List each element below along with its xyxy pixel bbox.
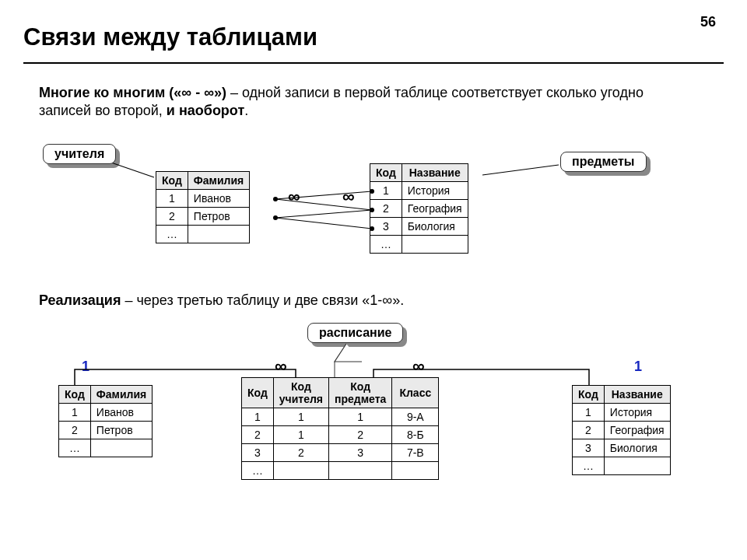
- cell: Иванов: [188, 190, 249, 208]
- cell: 2: [370, 200, 402, 218]
- cell: География: [604, 422, 670, 439]
- infinity-icon: ∞: [275, 356, 287, 376]
- infinity-icon: ∞: [342, 187, 355, 207]
- svg-line-5: [275, 218, 372, 229]
- link-endpoint: [273, 197, 278, 201]
- intro-paragraph: Многие ко многим («∞ - ∞») – одной запис…: [39, 84, 646, 121]
- subjects-table-top: КодНазвание 1История 2География 3Биологи…: [370, 163, 468, 254]
- teachers-table-top: КодФамилия 1Иванов 2Петров …: [156, 171, 250, 243]
- cell: Петров: [188, 208, 249, 226]
- cell: 1: [573, 404, 605, 422]
- col-header: Название: [604, 386, 670, 404]
- intro-tail: »): [214, 85, 226, 100]
- cell: 3: [573, 439, 605, 457]
- callout-subjects: предметы: [560, 152, 647, 172]
- col-header: Код: [370, 164, 402, 182]
- intro-dot: .: [244, 103, 248, 118]
- link-endpoint: [370, 226, 374, 231]
- cell: [273, 462, 328, 480]
- cell: 1: [242, 408, 274, 426]
- intro-sep: -: [191, 85, 204, 100]
- cell: Биология: [402, 218, 468, 236]
- cell: 2: [273, 444, 328, 462]
- cell: [402, 236, 468, 254]
- subjects-table-bottom: КодНазвание 1История 2География 3Биологи…: [572, 385, 671, 475]
- cell: 2: [329, 426, 392, 444]
- cell: 9-А: [392, 408, 439, 426]
- one-label: 1: [82, 359, 89, 375]
- realization-rest: – через третью таблицу и две связи «1-: [121, 292, 382, 308]
- cell: [604, 457, 670, 475]
- cell: 3: [329, 444, 392, 462]
- cell: Биология: [604, 439, 670, 457]
- infinity-icon: ∞: [288, 187, 300, 207]
- col-header: Код учителя: [273, 378, 328, 408]
- cell: 1: [273, 426, 328, 444]
- cell: …: [156, 226, 188, 243]
- cell: …: [59, 439, 91, 457]
- col-header: Название: [402, 164, 468, 182]
- intro-emph: и наоборот: [167, 103, 244, 118]
- cell: [392, 462, 439, 480]
- callout-schedule: расписание: [307, 323, 403, 343]
- intro-lead: Многие ко многим («: [39, 85, 181, 100]
- link-endpoint: [370, 208, 374, 212]
- realization-paragraph: Реализация – через третью таблицу и две …: [39, 292, 646, 310]
- svg-line-1: [482, 165, 559, 175]
- cell: 1: [329, 408, 392, 426]
- cell: 1: [59, 404, 91, 422]
- col-header: Код: [156, 172, 188, 190]
- cell: История: [604, 404, 670, 422]
- cell: …: [370, 236, 402, 254]
- callout-schedule-label: расписание: [307, 323, 403, 343]
- cell: [329, 462, 392, 480]
- cell: 2: [59, 422, 91, 439]
- callout-teachers: учителя: [43, 144, 116, 164]
- schedule-table: Код Код учителя Код предмета Класс 1119-…: [241, 377, 439, 480]
- page-title: Связи между таблицами: [23, 23, 317, 51]
- cell: 2: [156, 208, 188, 226]
- col-header: Код: [573, 386, 605, 404]
- cell: География: [402, 200, 468, 218]
- realization-lead: Реализация: [39, 292, 121, 308]
- realization-end: ».: [392, 292, 404, 308]
- cell: 1: [370, 182, 402, 200]
- callout-teachers-label: учителя: [43, 144, 116, 164]
- cell: Иванов: [90, 404, 152, 422]
- cell: …: [242, 462, 274, 480]
- cell: История: [402, 182, 468, 200]
- page-number: 56: [700, 14, 716, 30]
- cell: 2: [573, 422, 605, 439]
- title-rule: [23, 62, 724, 64]
- cell: 1: [156, 190, 188, 208]
- infinity-icon: ∞: [204, 85, 214, 100]
- col-header: Код предмета: [329, 378, 392, 408]
- link-endpoint: [273, 215, 278, 220]
- cell: 2: [242, 426, 274, 444]
- col-header: Фамилия: [90, 386, 152, 404]
- one-label: 1: [634, 359, 642, 375]
- link-endpoint: [370, 189, 374, 194]
- infinity-icon: ∞: [181, 85, 191, 100]
- callout-subjects-label: предметы: [560, 152, 647, 172]
- teachers-table-bottom: КодФамилия 1Иванов 2Петров …: [58, 385, 153, 457]
- cell: Петров: [90, 422, 152, 439]
- cell: 3: [242, 444, 274, 462]
- col-header: Код: [242, 378, 274, 408]
- col-header: Фамилия: [188, 172, 249, 190]
- col-header: Класс: [392, 378, 439, 408]
- cell: 7-В: [392, 444, 439, 462]
- cell: 8-Б: [392, 426, 439, 444]
- cell: 3: [370, 218, 402, 236]
- cell: [188, 226, 249, 243]
- cell: 1: [273, 408, 328, 426]
- cell: [90, 439, 152, 457]
- infinity-icon: ∞: [382, 292, 392, 308]
- svg-line-4: [275, 210, 372, 218]
- col-header: Код: [59, 386, 91, 404]
- infinity-icon: ∞: [412, 356, 425, 376]
- cell: …: [573, 457, 605, 475]
